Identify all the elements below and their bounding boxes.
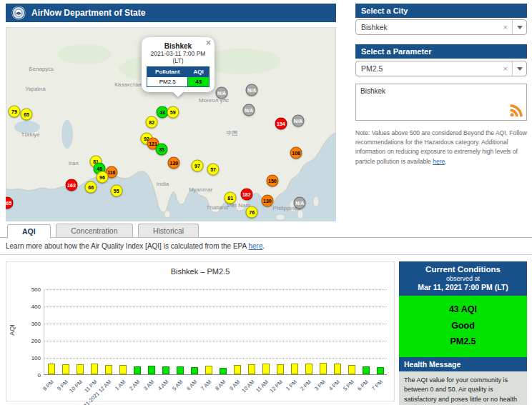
tab-historical[interactable]: Historical bbox=[138, 224, 199, 237]
aqi-marker[interactable]: 81 bbox=[225, 191, 237, 204]
popup-close-icon[interactable]: × bbox=[206, 39, 211, 47]
chart-bar[interactable] bbox=[91, 364, 98, 374]
learn-more-line: Learn more about how the Air Quality Ind… bbox=[6, 242, 265, 250]
chart-bar[interactable] bbox=[377, 367, 384, 374]
chart-xtick: 9 AM bbox=[228, 379, 241, 391]
chart-bar[interactable] bbox=[177, 366, 184, 374]
chart-bar[interactable] bbox=[248, 364, 255, 374]
tab-bar: AQI Concentration Historical bbox=[0, 224, 532, 238]
chart-xtick: 8 AM bbox=[214, 379, 227, 391]
chart-bar[interactable] bbox=[291, 364, 298, 374]
tab-aqi[interactable]: AQI bbox=[7, 224, 51, 239]
aqi-marker[interactable]: 79 bbox=[9, 106, 21, 118]
current-conditions-title: Current Conditions bbox=[402, 265, 524, 274]
chart-ytick: 200 bbox=[11, 338, 41, 344]
aqi-marker[interactable]: 108 bbox=[290, 146, 302, 159]
chart-gridline bbox=[44, 289, 387, 290]
chart-bar[interactable] bbox=[162, 366, 169, 374]
learn-more-text: Learn more about how the Air Quality Ind… bbox=[6, 242, 248, 250]
aqi-marker[interactable]: 65 bbox=[21, 109, 33, 121]
chart-bar[interactable] bbox=[348, 365, 355, 374]
parameter-select[interactable]: PM2.5 × bbox=[355, 61, 527, 76]
chart-xtick: 1 AM bbox=[114, 379, 127, 391]
chart-bar[interactable] bbox=[148, 366, 155, 374]
aqi-marker[interactable]: 82 bbox=[146, 116, 158, 129]
chart-xtick: 7 PM bbox=[371, 379, 385, 392]
chart-bar[interactable] bbox=[48, 364, 55, 374]
note-here-link[interactable]: here bbox=[433, 158, 445, 165]
chart-plot bbox=[44, 289, 387, 375]
chart-bar[interactable] bbox=[134, 366, 141, 374]
chart-xtick: 10 AM bbox=[240, 379, 255, 394]
aqi-marker[interactable]: 96 bbox=[96, 171, 108, 183]
aqi-marker[interactable]: 165 bbox=[6, 196, 14, 209]
feed-city-text: Bishkek bbox=[360, 87, 385, 95]
chart-xtick: 5 AM bbox=[171, 379, 184, 391]
chart-bar[interactable] bbox=[62, 364, 69, 374]
aqi-marker[interactable]: 35 bbox=[156, 143, 168, 155]
chart-bar[interactable] bbox=[105, 365, 112, 374]
learn-more-here-link[interactable]: here bbox=[248, 242, 262, 250]
city-clear-icon[interactable]: × bbox=[499, 23, 512, 31]
chart-bar[interactable] bbox=[305, 364, 312, 374]
chart-ytick: 100 bbox=[11, 355, 41, 361]
parameter-dropdown-icon[interactable] bbox=[512, 61, 526, 76]
tab-concentration[interactable]: Concentration bbox=[56, 224, 132, 237]
chart-bar[interactable] bbox=[277, 364, 284, 374]
chart-xtick: 12 PM bbox=[269, 379, 285, 394]
popup-datetime: 2021-03-11 7:00 PM bbox=[147, 50, 210, 57]
aqi-marker[interactable]: 57 bbox=[207, 163, 220, 175]
chart-bar[interactable] bbox=[205, 366, 212, 374]
aqi-marker[interactable]: N/A bbox=[246, 84, 258, 96]
chart-bar[interactable] bbox=[77, 364, 84, 374]
aqi-marker[interactable]: 139 bbox=[168, 156, 180, 169]
chart-bar[interactable] bbox=[334, 364, 341, 374]
chart-bar[interactable] bbox=[262, 364, 270, 374]
city-select[interactable]: Bishkek × bbox=[355, 19, 527, 35]
chart-bar[interactable] bbox=[320, 363, 327, 374]
aqi-marker[interactable]: 59 bbox=[167, 106, 179, 119]
aqi-marker[interactable]: N/A bbox=[292, 115, 304, 127]
chart-xtick: 4 PM bbox=[328, 379, 342, 392]
chart-xtick: 4 AM bbox=[157, 379, 169, 391]
chart-bar[interactable] bbox=[363, 366, 370, 374]
parameter-select-value: PM2.5 bbox=[361, 64, 499, 73]
aqi-marker[interactable]: 182 bbox=[240, 188, 252, 200]
aqi-marker[interactable]: 150 bbox=[266, 174, 278, 186]
chart-xtick: 5 PM bbox=[343, 379, 356, 392]
map-canvas[interactable]: БеларусьУкраїнаКазахстанМонгол улс中国Türk… bbox=[6, 27, 336, 221]
popup-col-pollutant: Pollutant bbox=[147, 67, 188, 77]
page: AirNow Department of State БеларусьУкраї… bbox=[0, 0, 532, 405]
chart-bar[interactable] bbox=[119, 365, 127, 374]
aqi-marker[interactable]: 97 bbox=[191, 159, 203, 171]
aqi-marker[interactable]: 130 bbox=[261, 194, 273, 206]
aqi-marker[interactable]: 55 bbox=[110, 184, 122, 196]
chart-bar[interactable] bbox=[191, 367, 198, 374]
city-dropdown-icon[interactable] bbox=[512, 20, 526, 34]
aqi-value: 43 AQI bbox=[399, 301, 527, 318]
select-parameter-header: Select a Parameter bbox=[355, 44, 527, 59]
chart-title: Bishkek – PM2.5 bbox=[6, 267, 394, 276]
aqi-marker[interactable]: N/A bbox=[243, 104, 255, 116]
aqi-marker[interactable]: 154 bbox=[275, 118, 287, 130]
learn-more-suffix: . bbox=[262, 242, 265, 250]
chart-bar[interactable] bbox=[220, 368, 227, 374]
aqi-marker[interactable]: N/A bbox=[294, 197, 306, 209]
chart-xtick: 2 AM bbox=[128, 379, 141, 391]
app-title: AirNow Department of State bbox=[31, 8, 145, 18]
parameter-clear-icon[interactable]: × bbox=[499, 64, 512, 73]
current-conditions-panel: Current Conditions observed at Mar 11, 2… bbox=[399, 261, 527, 405]
aqi-marker[interactable]: N/A bbox=[216, 87, 228, 99]
aqi-marker[interactable]: 76 bbox=[246, 206, 258, 218]
aqi-chart: Bishkek – PM2.5 AQI 01002003004005008 PM… bbox=[6, 261, 395, 401]
chart-xtick: 1 PM bbox=[285, 379, 299, 392]
aqi-marker[interactable]: 163 bbox=[65, 179, 77, 191]
popup-timezone: (LT) bbox=[147, 57, 210, 64]
rss-icon[interactable] bbox=[509, 104, 523, 118]
chart-ytick: 300 bbox=[11, 321, 41, 327]
aqi-note: Note: Values above 500 are considered Be… bbox=[355, 129, 527, 166]
popup-table: Pollutant AQI PM2.5 43 bbox=[147, 66, 210, 87]
chart-bar[interactable] bbox=[234, 365, 241, 374]
aqi-marker[interactable]: 66 bbox=[85, 181, 97, 193]
chart-ylabel: AQI bbox=[9, 301, 16, 359]
